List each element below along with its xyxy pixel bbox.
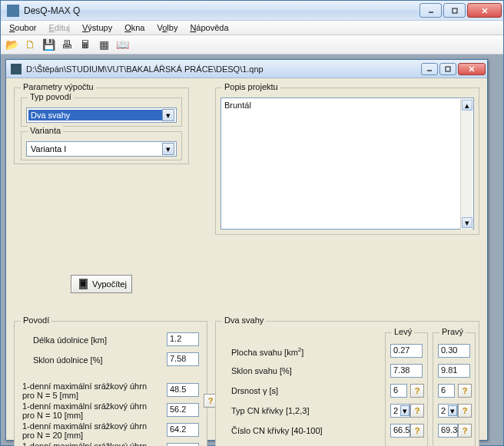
input-pravy-sklon[interactable]: 9.81 bbox=[438, 364, 470, 378]
toolbar: 📂 🗋 💾 🖶 🖩 ▦ 📖 bbox=[1, 35, 503, 55]
doc-maximize-button[interactable] bbox=[439, 63, 456, 75]
help-levy-typcn[interactable]: ? bbox=[410, 404, 424, 418]
input-levy-plocha[interactable]: 0.27 bbox=[390, 344, 423, 358]
table-icon[interactable]: ▦ bbox=[98, 38, 110, 51]
calculator-icon: 🖩 bbox=[79, 279, 88, 289]
group-typ: Typ povodí Dva svahy ▾ bbox=[21, 97, 182, 127]
menu-napoveda[interactable]: Nápověda bbox=[184, 21, 234, 34]
svg-rect-5 bbox=[446, 67, 450, 71]
group-popis: Popis projektu Bruntál ▴ ▾ bbox=[215, 88, 479, 235]
popis-textarea[interactable]: Bruntál ▴ ▾ bbox=[220, 97, 474, 230]
input-levy-cislocn[interactable]: 66.59 bbox=[390, 424, 410, 438]
typ-select[interactable]: Dva svahy ▾ bbox=[26, 107, 177, 123]
mdi-area: D:\Štěpán\STUDIUM\VUT\BAKALÁŘSKÁ PRÁCE\D… bbox=[1, 55, 503, 445]
doc-titlebar[interactable]: D:\Štěpán\STUDIUM\VUT\BAKALÁŘSKÁ PRÁCE\D… bbox=[6, 60, 487, 78]
varianta-select[interactable]: Varianta I ▾ bbox=[26, 141, 177, 157]
group-params: Parametry výpočtu Typ povodí Dva svahy ▾… bbox=[14, 88, 189, 164]
group-varianta: Varianta Varianta I ▾ bbox=[21, 131, 182, 160]
lbl-n10: 1-denní maximální srážkový úhrn pro N = … bbox=[22, 401, 161, 420]
chevron-down-icon[interactable]: ▾ bbox=[400, 405, 410, 416]
input-n20[interactable]: 64.2 bbox=[167, 423, 199, 437]
input-n10[interactable]: 56.2 bbox=[167, 403, 199, 417]
group-popis-title: Popis projektu bbox=[222, 82, 280, 91]
help-pravy-drsnost[interactable]: ? bbox=[458, 384, 472, 398]
minimize-button[interactable] bbox=[419, 3, 442, 18]
doc-title: D:\Štěpán\STUDIUM\VUT\BAKALÁŘSKÁ PRÁCE\D… bbox=[26, 64, 421, 74]
open-icon[interactable]: 📂 bbox=[5, 38, 18, 51]
select-levy-typcn[interactable]: 2▾ bbox=[390, 404, 410, 418]
group-levy-title: Levý bbox=[392, 327, 414, 336]
varianta-select-value: Varianta I bbox=[28, 144, 162, 154]
lbl-delka: Délka údolnice [km] bbox=[33, 335, 107, 345]
lbl-n50: 1-denní maximální srážkový úhrn pro N = … bbox=[22, 441, 161, 446]
chevron-down-icon[interactable]: ▾ bbox=[162, 109, 174, 121]
group-typ-title: Typ povodí bbox=[28, 92, 74, 101]
calc-icon[interactable]: 🖩 bbox=[79, 38, 91, 51]
input-levy-sklon[interactable]: 7.38 bbox=[390, 364, 423, 378]
scroll-down-icon[interactable]: ▾ bbox=[462, 217, 472, 228]
document-window: D:\Štěpán\STUDIUM\VUT\BAKALÁŘSKÁ PRÁCE\D… bbox=[5, 59, 488, 441]
help-levy-cislocn[interactable]: ? bbox=[410, 424, 424, 438]
lbl-plocha: Plocha svahu [km2] bbox=[231, 346, 303, 357]
group-povodi-title: Povodí bbox=[21, 316, 51, 325]
client-area: Parametry výpočtu Typ povodí Dva svahy ▾… bbox=[6, 78, 487, 440]
close-button[interactable] bbox=[467, 3, 502, 18]
group-pravy: Pravý 0.30 9.81 6 ? 2▾ ? 69.34 ? bbox=[433, 332, 476, 446]
input-n5[interactable]: 48.5 bbox=[167, 383, 199, 397]
group-povodi: Povodí Délka údolnice [km] 1.2 Sklon údo… bbox=[14, 321, 207, 446]
help-levy-drsnost[interactable]: ? bbox=[410, 384, 424, 398]
group-pravy-title: Pravý bbox=[439, 327, 466, 336]
maximize-button[interactable] bbox=[443, 3, 466, 18]
group-svahy-title: Dva svahy bbox=[222, 316, 266, 325]
lbl-typcn: Typ CN křivky [1,2,3] bbox=[231, 406, 309, 415]
input-levy-drsnost[interactable]: 6 bbox=[390, 384, 407, 398]
typ-select-value: Dva svahy bbox=[28, 110, 162, 121]
help-pravy-cislocn[interactable]: ? bbox=[458, 424, 472, 438]
svg-rect-1 bbox=[453, 8, 457, 13]
menu-soubor[interactable]: Soubor bbox=[4, 21, 41, 34]
popis-text: Bruntál bbox=[224, 101, 251, 110]
lbl-n20: 1-denní maximální srážkový úhrn pro N = … bbox=[22, 421, 161, 440]
scroll-up-icon[interactable]: ▴ bbox=[462, 100, 472, 111]
menu-volby[interactable]: Volby bbox=[151, 21, 183, 34]
group-levy: Levý 0.27 7.38 6 ? 2▾ ? 66.59 ? bbox=[385, 332, 428, 446]
titlebar[interactable]: DesQ-MAX Q bbox=[1, 1, 503, 21]
menu-vystupy[interactable]: Výstupy bbox=[77, 21, 118, 34]
input-pravy-cislocn[interactable]: 69.34 bbox=[438, 424, 458, 438]
group-varianta-title: Varianta bbox=[28, 126, 63, 135]
menu-edituj: Edituj bbox=[43, 21, 75, 34]
help-pravy-typcn[interactable]: ? bbox=[458, 404, 472, 418]
lbl-sklon-svahu: Sklon svahu [%] bbox=[231, 366, 292, 375]
window-title: DesQ-MAX Q bbox=[24, 5, 419, 16]
doc-icon bbox=[11, 64, 22, 74]
menu-okna[interactable]: Okna bbox=[119, 21, 150, 34]
group-params-title: Parametry výpočtu bbox=[21, 82, 96, 91]
lbl-drsnost: Drsnost γ [s] bbox=[231, 386, 278, 395]
input-delka[interactable]: 1.2 bbox=[167, 332, 199, 346]
input-pravy-drsnost[interactable]: 6 bbox=[438, 384, 455, 398]
doc-minimize-button[interactable] bbox=[421, 63, 438, 75]
chevron-down-icon[interactable]: ▾ bbox=[448, 405, 457, 416]
book-icon[interactable]: 📖 bbox=[116, 38, 128, 51]
new-icon[interactable]: 🗋 bbox=[24, 38, 36, 51]
scrollbar[interactable]: ▴ ▾ bbox=[460, 99, 472, 230]
main-window: DesQ-MAX Q Soubor Edituj Výstupy Okna Vo… bbox=[0, 0, 504, 446]
calculate-button[interactable]: 🖩 Vypočítej bbox=[71, 275, 132, 293]
select-pravy-typcn[interactable]: 2▾ bbox=[438, 404, 458, 418]
input-pravy-plocha[interactable]: 0.30 bbox=[438, 344, 470, 358]
input-n50[interactable]: 74.1 bbox=[167, 443, 199, 446]
chevron-down-icon[interactable]: ▾ bbox=[162, 143, 174, 155]
lbl-n5: 1-denní maximální srážkový úhrn pro N = … bbox=[22, 382, 161, 400]
app-icon bbox=[7, 5, 19, 17]
menubar: Soubor Edituj Výstupy Okna Volby Nápověd… bbox=[1, 21, 503, 35]
lbl-cislocn: Číslo CN křivky [40-100] bbox=[231, 426, 323, 435]
doc-close-button[interactable] bbox=[458, 63, 486, 75]
calculate-button-label: Vypočítej bbox=[92, 279, 127, 289]
save-icon[interactable]: 💾 bbox=[42, 38, 55, 51]
print-icon[interactable]: 🖶 bbox=[61, 38, 73, 51]
lbl-sklon: Sklon údolnice [%] bbox=[33, 355, 103, 365]
input-sklon[interactable]: 7.58 bbox=[167, 352, 199, 366]
group-svahy: Dva svahy Plocha svahu [km2] Sklon svahu… bbox=[215, 321, 479, 446]
